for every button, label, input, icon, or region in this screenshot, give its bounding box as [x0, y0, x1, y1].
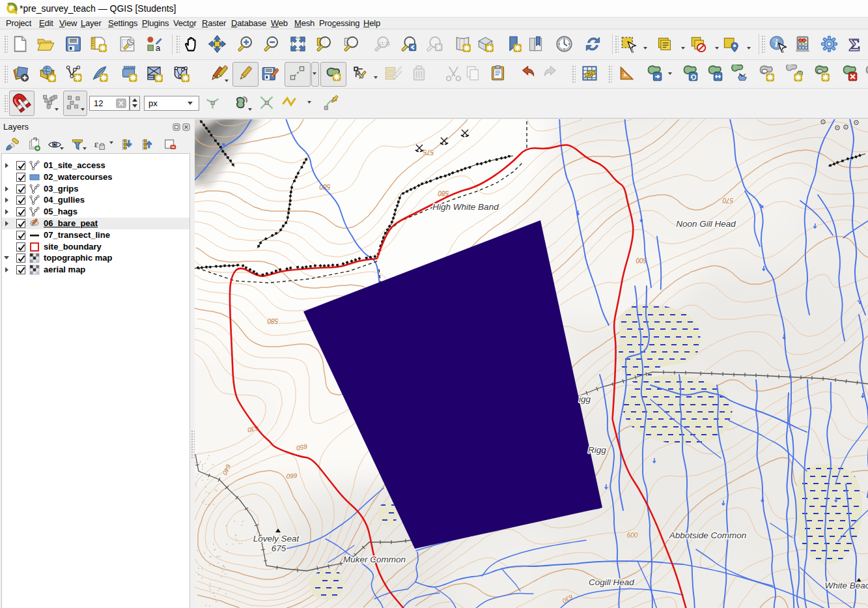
svg-text:Noon Gill Head: Noon Gill Head	[676, 219, 736, 229]
svg-text:Rigg: Rigg	[588, 445, 606, 455]
svg-text:600: 600	[627, 532, 638, 539]
svg-text:Cogill Head: Cogill Head	[589, 577, 634, 587]
svg-text:Lovely Seat: Lovely Seat	[253, 534, 300, 543]
svg-text:580: 580	[267, 317, 278, 325]
svg-text:580: 580	[438, 190, 449, 197]
svg-text:Muker Common: Muker Common	[343, 555, 406, 564]
svg-text:660: 660	[286, 472, 298, 480]
svg-text:igg: igg	[579, 394, 591, 404]
svg-text:675: 675	[272, 543, 287, 553]
svg-text:White Beac: White Beac	[824, 581, 868, 590]
svg-text:575: 575	[423, 149, 434, 156]
svg-text:High White Band: High White Band	[432, 202, 499, 212]
svg-text:Abbotside Common: Abbotside Common	[669, 530, 747, 540]
svg-text:570: 570	[722, 197, 733, 204]
